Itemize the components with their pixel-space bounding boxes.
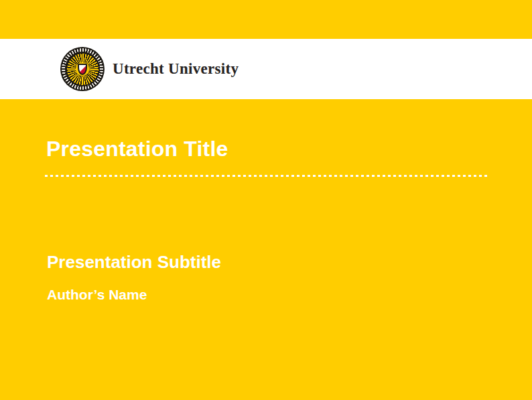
author-name: Author’s Name [47, 286, 147, 304]
logo-band: Utrecht University [0, 39, 532, 99]
utrecht-university-logo-icon [60, 47, 105, 91]
presentation-title-slide: Utrecht University Presentation Title Pr… [0, 0, 532, 400]
presentation-subtitle: Presentation Subtitle [47, 251, 221, 273]
university-wordmark: Utrecht University [113, 39, 239, 99]
dotted-divider [44, 174, 488, 178]
presentation-title: Presentation Title [46, 135, 228, 162]
